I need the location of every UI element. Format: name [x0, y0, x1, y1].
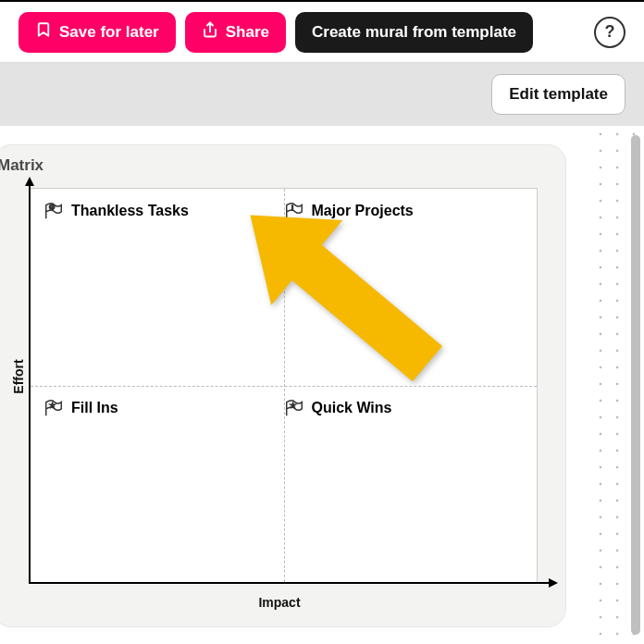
- quadrant-label: Quick Wins: [312, 400, 392, 416]
- svg-text:☹: ☹: [49, 204, 55, 210]
- edit-template-button[interactable]: Edit template: [491, 74, 625, 115]
- matrix-card[interactable]: Matrix Effort ☹ Thankless Tasks ! Major …: [0, 144, 566, 627]
- y-axis-label: Effort: [11, 359, 26, 393]
- create-mural-button[interactable]: Create mural from template: [295, 12, 533, 53]
- y-axis: [29, 182, 31, 584]
- flag-icon: ★: [284, 399, 304, 417]
- flag-icon: !: [284, 202, 304, 220]
- question-icon: ?: [605, 22, 615, 42]
- flag-icon: ☹: [43, 202, 64, 220]
- quadrant-label: Fill Ins: [71, 400, 118, 416]
- svg-text:★: ★: [290, 402, 295, 408]
- quadrant-grid: ☹ Thankless Tasks ! Major Projects ★ Fil…: [31, 188, 538, 582]
- share-icon: [202, 21, 218, 43]
- x-axis-label: Impact: [0, 595, 565, 610]
- x-axis: [29, 582, 552, 584]
- quadrant-label: Thankless Tasks: [71, 203, 189, 219]
- quadrant-major-projects[interactable]: ! Major Projects: [284, 202, 414, 220]
- share-label: Share: [226, 23, 269, 42]
- help-button[interactable]: ?: [594, 17, 625, 48]
- save-for-later-button[interactable]: Save for later: [19, 12, 176, 53]
- svg-text:★: ★: [50, 402, 56, 408]
- flag-icon: ★: [43, 399, 64, 417]
- matrix-plot: ☹ Thankless Tasks ! Major Projects ★ Fil…: [29, 188, 547, 584]
- sub-toolbar: Edit template: [0, 63, 644, 126]
- quadrant-label: Major Projects: [312, 203, 414, 219]
- share-button[interactable]: Share: [185, 12, 286, 53]
- svg-text:!: !: [291, 204, 293, 211]
- bookmark-icon: [35, 21, 52, 43]
- canvas-area[interactable]: Matrix Effort ☹ Thankless Tasks ! Major …: [0, 126, 644, 644]
- top-toolbar: Save for later Share Create mural from t…: [0, 0, 644, 63]
- quadrant-thankless-tasks[interactable]: ☹ Thankless Tasks: [43, 202, 189, 220]
- edit-template-label: Edit template: [509, 85, 608, 104]
- vertical-scrollbar[interactable]: [631, 135, 640, 635]
- matrix-title: Matrix: [0, 156, 43, 175]
- quadrant-quick-wins[interactable]: ★ Quick Wins: [284, 399, 392, 417]
- quadrant-fill-ins[interactable]: ★ Fill Ins: [43, 399, 118, 417]
- save-label: Save for later: [59, 23, 159, 42]
- create-label: Create mural from template: [312, 23, 516, 42]
